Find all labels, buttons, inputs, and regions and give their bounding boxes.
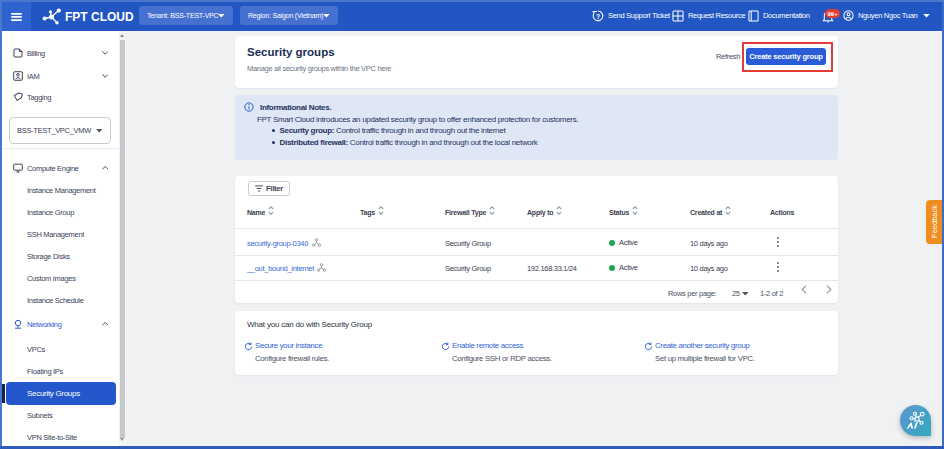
svg-text:?: ? <box>596 12 600 19</box>
